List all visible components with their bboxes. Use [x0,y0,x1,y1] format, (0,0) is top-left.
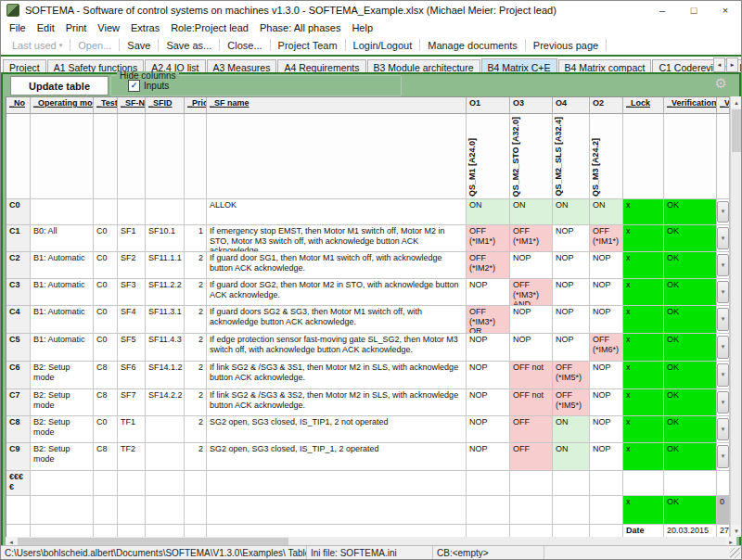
prio-cell[interactable]: 2 [185,443,207,471]
output-cell-o1[interactable]: NOP [467,334,510,362]
row-header[interactable]: C9 [6,443,31,471]
output-cell-o1[interactable]: ON [467,199,510,225]
row-header[interactable]: C7 [6,389,31,416]
output-cell-o2[interactable]: NOP [590,362,623,389]
output-cell-o2[interactable]: NOP [590,389,623,416]
col-header-prio[interactable]: _Prio [185,97,207,114]
output-cell-o1[interactable]: NOP [467,416,510,443]
output-cell-o4[interactable]: OFF (*IM5*) [553,362,590,389]
output-cell-o2[interactable]: NOP [590,416,623,443]
output-cell-o3[interactable]: NOP [510,306,553,334]
test-cell[interactable]: C0 [94,279,118,306]
sf-no-cell[interactable]: SF4 [118,306,146,334]
output-cell-o4[interactable]: ON [553,199,590,225]
sfid-cell[interactable] [146,471,185,496]
verification-cell[interactable]: OK [664,389,717,416]
sfid-cell[interactable] [146,199,185,225]
output-cell-o2[interactable]: NOP [590,306,623,334]
sfid-cell[interactable]: SF11.2.2 [146,279,185,306]
sf-name-cell[interactable]: If guard doors SG2 & SG3, then Motor M1 … [207,306,467,334]
sfid-cell[interactable]: SF11.3.1 [146,306,185,334]
verification-cell[interactable]: OK [664,225,717,252]
scroll-up-icon[interactable]: ▴ [731,96,742,108]
row-header[interactable]: C2 [6,252,31,279]
test-cell[interactable] [94,199,118,225]
output-cell-o4[interactable]: NOP [553,252,590,279]
output-cell-o3[interactable]: OFF not [510,362,553,389]
sf-no-cell[interactable]: SF7 [118,389,146,416]
row-header[interactable]: C5 [6,334,31,362]
test-cell[interactable]: C0 [94,416,118,443]
col-header-lock[interactable]: _Lock [623,97,664,114]
output-cell-o3[interactable]: OFF not [510,389,553,416]
toolbar-button-login-logout[interactable]: Login/Logout [346,39,420,52]
output-cell-o3[interactable] [510,471,553,496]
col-header-test[interactable]: _Test [94,97,118,114]
menu-help[interactable]: Help [346,22,378,33]
output-cell-o3[interactable]: OFF (*IM3*) AND [510,279,553,306]
verification-cell[interactable]: OK [664,199,717,225]
tab-scroll-left-icon[interactable]: ◂ [713,57,725,72]
verification-cell[interactable] [664,471,717,496]
output-cell-o3[interactable]: OFF (*IM1*) [510,225,553,252]
prio-cell[interactable]: 2 [185,252,207,279]
row-header[interactable]: C1 [6,225,31,252]
output-cell-o4[interactable]: NOP [553,225,590,252]
col-header-v[interactable]: _V [717,97,730,114]
output-cell-o1[interactable]: OFF (*IM3*) OR [467,306,510,334]
toolbar-button-project-team[interactable]: Project Team [271,39,345,52]
output-cell-o2[interactable]: NOP [590,252,623,279]
menu-edit[interactable]: Edit [32,22,60,33]
operating-mode-cell[interactable]: B2: Setup mode [31,362,94,389]
verification-cell[interactable]: OK [664,443,717,471]
verification-cell[interactable]: OK [664,416,717,443]
test-cell[interactable]: C0 [94,225,118,252]
sf-no-cell[interactable]: SF6 [118,362,146,389]
output-cell-o4[interactable]: OFF (*IM5*) [553,389,590,416]
sfid-cell[interactable]: SF14.2.2 [146,389,185,416]
v-dropdown[interactable]: ▾ [717,445,729,468]
sf-name-cell[interactable]: If link SG2 & /SG3 & 3S1, then Motor M2 … [207,362,467,389]
sf-name-cell[interactable]: SG2 open, SG3 closed, IS_TIP1, 2 not ope… [207,416,467,443]
test-cell[interactable]: C0 [94,306,118,334]
lock-cell[interactable]: x [623,225,664,252]
resize-grip[interactable] [730,548,740,558]
sfid-cell[interactable] [146,443,185,471]
prio-cell[interactable]: 2 [185,306,207,334]
operating-mode-cell[interactable]: B0: All [31,225,94,252]
sfid-cell[interactable]: SF11.4.3 [146,334,185,362]
gear-icon[interactable]: ⚙ [715,75,727,92]
scroll-down-icon[interactable]: ▾ [731,525,742,537]
menu-role-project-lead[interactable]: Role:Project lead [165,22,254,33]
lock-cell[interactable]: x [623,199,664,225]
sf-no-cell[interactable]: TF1 [118,416,146,443]
toolbar-button-manage-documents[interactable]: Manage documents [420,39,525,52]
sf-name-cell[interactable]: If guard door SG2, then Motor M2 in STO,… [207,279,467,306]
sf-no-cell[interactable]: SF2 [118,252,146,279]
output-cell-o4[interactable]: ON [553,416,590,443]
col-header-o4[interactable]: O4 [553,97,590,114]
v-dropdown[interactable]: ▾ [717,391,729,414]
operating-mode-cell[interactable] [31,199,94,225]
output-cell-o1[interactable]: NOP [467,362,510,389]
verification-cell[interactable]: OK [664,279,717,306]
sf-no-cell[interactable]: TF2 [118,443,146,471]
verification-cell[interactable]: OK [664,334,717,362]
v-dropdown[interactable]: ▾ [717,254,729,276]
output-cell-o3[interactable]: OFF [510,443,553,471]
output-cell-o4[interactable]: NOP [553,334,590,362]
sf-no-cell[interactable] [118,199,146,225]
sfid-cell[interactable]: SF14.1.2 [146,362,185,389]
v-dropdown[interactable]: ▾ [717,227,729,249]
operating-mode-cell[interactable]: B2: Setup mode [31,389,94,416]
toolbar-button-open[interactable]: Open... [70,39,119,52]
output-cell-o2[interactable]: NOP [590,279,623,306]
summary-lock-cell[interactable]: x [623,496,664,525]
v-dropdown[interactable]: ▾ [717,418,729,440]
row-header[interactable]: C4 [6,306,31,334]
output-cell-o4[interactable]: NOP [553,279,590,306]
prio-cell[interactable]: 2 [185,334,207,362]
row-header[interactable]: C8 [6,416,31,443]
toolbar-button-save[interactable]: Save [120,39,158,52]
output-cell-o3[interactable]: NOP [510,334,553,362]
